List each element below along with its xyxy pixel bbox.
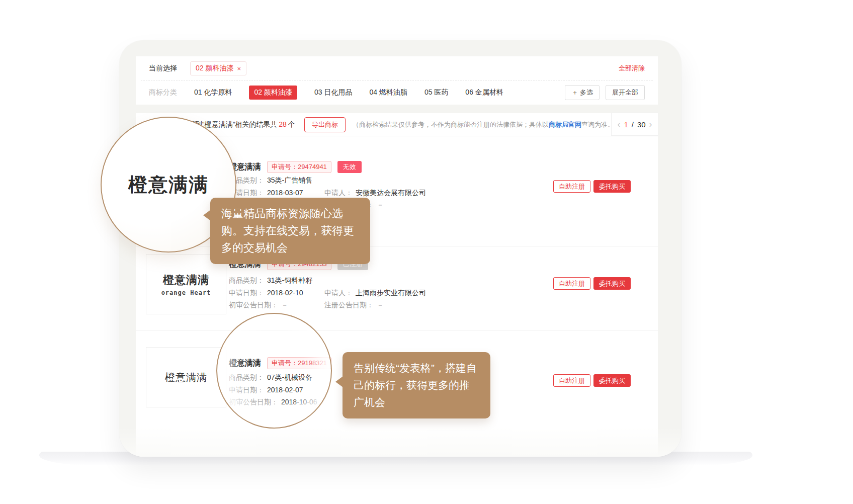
promo-tooltip-marketplace: 海量精品商标资源随心选购。支持在线交易，获得更多的交易机会 (210, 198, 370, 264)
category-row-label: 商标分类 (149, 88, 177, 97)
category-row: 商标分类 01 化学原料 02 颜料油漆 03 日化用品 04 燃料油脂 05 … (149, 80, 645, 105)
pagination: ‹ 1 / 30 › (611, 113, 658, 136)
disclaimer-text: （商标检索结果仅供参考，不作为商标能否注册的法律依据；具体以商标局官网查询为准。… (353, 120, 621, 129)
selected-filter-chip[interactable]: 02 颜料油漆 × (190, 61, 246, 75)
total-pages: 30 (637, 120, 646, 129)
application-date: 2018-03-07 (267, 189, 303, 197)
results-count: 28 (277, 120, 288, 128)
category-item-02-selected[interactable]: 02 颜料油漆 (249, 86, 297, 100)
chip-label: 02 颜料油漆 (196, 64, 233, 73)
next-page-icon[interactable]: › (649, 120, 652, 129)
self-register-button[interactable]: 自助注册 (553, 374, 590, 387)
magnified-trademark-text: 橙意满满 (128, 172, 209, 198)
entrust-buy-button[interactable]: 委托购买 (593, 180, 631, 193)
filter-panel: 当前选择 02 颜料油漆 × 全部清除 商标分类 01 化学原料 02 颜料油漆… (136, 56, 658, 105)
goods-category: 31类-饲料种籽 (267, 276, 312, 284)
entrust-buy-button[interactable]: 委托购买 (593, 277, 631, 290)
status-badge: 无效 (337, 161, 362, 173)
multi-select-button[interactable]: ＋ 多选 (565, 85, 600, 100)
clear-all-link[interactable]: 全部清除 (619, 64, 645, 73)
self-register-button[interactable]: 自助注册 (553, 180, 590, 193)
entrust-buy-button[interactable]: 委托购买 (593, 374, 631, 387)
application-date: 2018-02-10 (267, 289, 303, 297)
current-page: 1 (624, 120, 628, 129)
applicant: 安徽美达会展有限公司 (356, 189, 426, 197)
prev-page-icon[interactable]: ‹ (617, 120, 620, 129)
applicant: 上海雨步实业有限公司 (356, 289, 426, 297)
registration-publication-date: － (377, 201, 384, 209)
category-item-06[interactable]: 06 金属材料 (465, 88, 503, 97)
chip-close-icon[interactable]: × (237, 65, 241, 72)
results-header: 当前分类下检索到“橙意满满”相关的结果共28个 导出商标 （商标检索结果仅供参考… (136, 113, 658, 136)
current-selection-row: 当前选择 02 颜料油漆 × 全部清除 (149, 56, 645, 80)
self-register-button[interactable]: 自助注册 (553, 277, 590, 290)
trademark-image-subtext: orange Heart (161, 289, 211, 296)
expand-all-button[interactable]: 展开全部 (606, 85, 645, 100)
magnifier-lens (216, 313, 332, 429)
application-number-tag: 申请号：29474941 (267, 161, 331, 173)
promo-tooltip-promotion: 告别传统“发表格”，搭建自己的标行，获得更多的推广机会 (343, 352, 490, 418)
goods-category: 35类-广告销售 (267, 176, 312, 184)
registration-publication-date: － (377, 301, 384, 309)
category-item-05[interactable]: 05 医药 (424, 88, 448, 97)
laptop-mockup: 当前选择 02 颜料油漆 × 全部清除 商标分类 01 化学原料 02 颜料油漆… (0, 0, 853, 504)
current-selection-label: 当前选择 (149, 64, 177, 73)
category-item-04[interactable]: 04 燃料油脂 (369, 88, 407, 97)
first-publication-date: － (281, 301, 288, 309)
trademark-office-link[interactable]: 商标局官网 (549, 121, 581, 128)
category-item-03[interactable]: 03 日化用品 (314, 88, 352, 97)
trademark-image[interactable]: 橙意满满 (146, 347, 226, 407)
category-item-01[interactable]: 01 化学原料 (194, 88, 232, 97)
export-trademarks-button[interactable]: 导出商标 (304, 117, 346, 132)
